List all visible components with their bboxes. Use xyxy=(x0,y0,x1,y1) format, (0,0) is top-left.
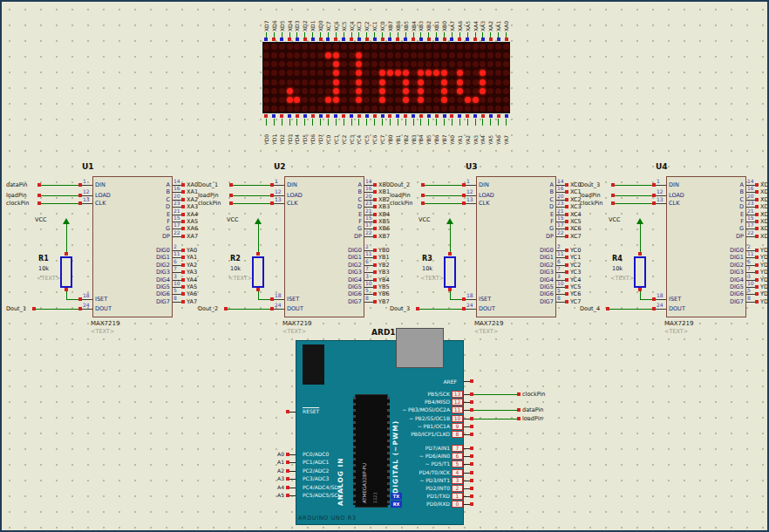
resistor[interactable] xyxy=(444,256,456,288)
pin-square[interactable] xyxy=(755,263,759,267)
vcc-power-arrow[interactable] xyxy=(446,218,453,224)
wire-end-square[interactable] xyxy=(517,417,521,420)
net-label[interactable]: XA1 xyxy=(187,188,198,195)
resistor-terminal[interactable] xyxy=(448,288,452,291)
matrix-bottom-wire[interactable] xyxy=(304,119,305,126)
pin-square[interactable] xyxy=(755,198,759,201)
pin-stub[interactable] xyxy=(464,473,470,474)
resistor-terminal[interactable] xyxy=(638,288,642,291)
matrix-bottom-wire[interactable] xyxy=(344,119,344,126)
net-label[interactable]: YC3 xyxy=(570,269,581,276)
pin-square[interactable] xyxy=(565,227,568,230)
schematic-canvas[interactable]: XD7YD0XD6YD1XD5YD2XD4YD3XD3YD4XD2YD5XD1Y… xyxy=(0,0,769,532)
signal-wire[interactable] xyxy=(473,419,517,419)
signal-wire[interactable] xyxy=(228,309,270,310)
pin-stub[interactable] xyxy=(656,309,666,310)
atmega-chip[interactable] xyxy=(355,394,388,508)
pin-square[interactable] xyxy=(470,425,473,428)
matrix-bottom-pin-square[interactable] xyxy=(466,114,469,118)
pin-stub[interactable] xyxy=(656,185,666,186)
net-label[interactable]: YB4 xyxy=(378,276,390,283)
pin-square[interactable] xyxy=(470,454,473,458)
pin-stub[interactable] xyxy=(289,471,296,472)
pin-square[interactable] xyxy=(755,190,759,194)
pin-square[interactable] xyxy=(755,235,759,238)
external-pin-label[interactable]: A5 xyxy=(269,492,284,498)
net-label[interactable]: Dout_3 xyxy=(580,181,609,188)
matrix-bottom-pin-square[interactable] xyxy=(311,114,315,118)
matrix-top-pin-square[interactable] xyxy=(473,38,477,41)
pin-stub[interactable] xyxy=(556,302,565,303)
pin-square[interactable] xyxy=(470,471,473,474)
matrix-bottom-wire[interactable] xyxy=(274,119,275,126)
vcc-wire[interactable] xyxy=(66,224,67,254)
net-label[interactable]: XB0 xyxy=(378,181,390,188)
pin-stub[interactable] xyxy=(82,309,92,310)
external-pin-label[interactable]: A1 xyxy=(269,459,284,465)
net-label[interactable]: XB3 xyxy=(378,203,390,210)
matrix-top-pin-square[interactable] xyxy=(319,38,323,41)
pin-stub[interactable] xyxy=(464,504,470,505)
pin-square[interactable] xyxy=(373,190,377,194)
net-label[interactable]: YD3 xyxy=(760,269,769,276)
pin-stub[interactable] xyxy=(464,402,470,403)
pin-square[interactable] xyxy=(373,205,377,208)
matrix-top-pin-square[interactable] xyxy=(288,38,291,41)
net-label[interactable]: YA2 xyxy=(187,262,197,269)
pin-square[interactable] xyxy=(565,292,568,296)
pin-square[interactable] xyxy=(470,494,473,498)
matrix-top-pin-square[interactable] xyxy=(342,38,345,41)
matrix-bottom-wire[interactable] xyxy=(482,119,483,126)
matrix-bottom-pin-square[interactable] xyxy=(373,114,377,118)
pin-stub[interactable] xyxy=(289,479,296,480)
net-label[interactable]: YD2 xyxy=(760,262,769,269)
net-label[interactable]: Dout_3 xyxy=(390,305,416,312)
vcc-wire[interactable] xyxy=(258,224,259,254)
pin-square[interactable] xyxy=(565,183,568,187)
pin-square[interactable] xyxy=(181,292,185,296)
matrix-top-pin-square[interactable] xyxy=(373,38,377,41)
pin-square[interactable] xyxy=(286,494,289,497)
net-label[interactable]: YB1 xyxy=(378,254,390,261)
power-net-label[interactable]: VCC xyxy=(227,216,239,223)
net-label[interactable]: loadPin xyxy=(580,192,609,199)
pin-stub[interactable] xyxy=(464,496,470,497)
net-label[interactable]: XD3 xyxy=(760,203,769,210)
pin-stub[interactable] xyxy=(173,236,181,237)
pin-square[interactable] xyxy=(755,256,759,259)
matrix-bottom-pin-square[interactable] xyxy=(450,114,453,118)
external-pin-label[interactable]: A0 xyxy=(269,451,284,457)
signal-wire[interactable] xyxy=(615,195,652,196)
matrix-bottom-wire[interactable] xyxy=(336,119,337,126)
signal-wire[interactable] xyxy=(615,185,652,186)
pin-stub[interactable] xyxy=(464,381,470,382)
pin-square[interactable] xyxy=(755,227,759,230)
matrix-bottom-wire[interactable] xyxy=(390,119,391,126)
matrix-top-pin-square[interactable] xyxy=(396,38,399,41)
wire-end-square[interactable] xyxy=(32,307,36,310)
matrix-bottom-pin-square[interactable] xyxy=(381,114,384,118)
resistor-terminal[interactable] xyxy=(65,252,68,256)
matrix-top-pin-square[interactable] xyxy=(334,38,337,41)
power-net-label[interactable]: VCC xyxy=(419,216,431,223)
vcc-power-arrow[interactable] xyxy=(63,218,70,224)
net-label[interactable]: loadPin xyxy=(6,192,36,199)
matrix-bottom-pin-square[interactable] xyxy=(497,114,500,118)
pin-square[interactable] xyxy=(181,220,185,223)
matrix-top-pin-square[interactable] xyxy=(296,38,299,41)
signal-wire[interactable] xyxy=(233,185,270,186)
net-label[interactable]: loadPin xyxy=(390,192,419,199)
pin-square[interactable] xyxy=(286,453,289,456)
matrix-bottom-pin-square[interactable] xyxy=(388,114,391,118)
pin-stub[interactable] xyxy=(464,488,470,489)
net-label[interactable]: Dout_2 xyxy=(390,181,419,188)
vcc-wire[interactable] xyxy=(640,224,641,254)
matrix-bottom-wire[interactable] xyxy=(312,119,313,126)
resistor-terminal[interactable] xyxy=(638,252,642,256)
matrix-bottom-pin-square[interactable] xyxy=(303,114,307,118)
pin-square[interactable] xyxy=(755,278,759,282)
matrix-top-pin-square[interactable] xyxy=(443,38,446,41)
matrix-bottom-wire[interactable] xyxy=(374,119,375,126)
net-label[interactable]: YC2 xyxy=(570,262,581,269)
pin-square[interactable] xyxy=(78,297,82,301)
